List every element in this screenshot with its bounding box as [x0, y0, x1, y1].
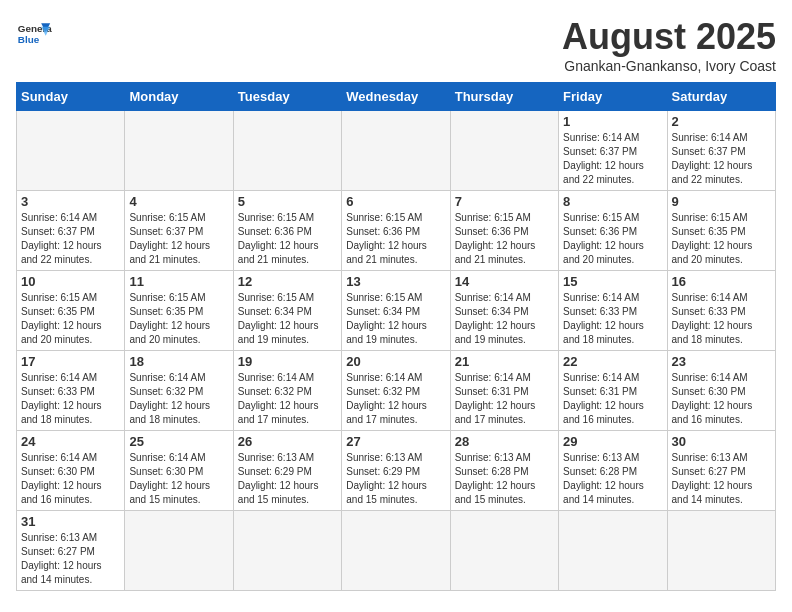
- calendar-cell: [667, 511, 775, 591]
- calendar-cell: 28Sunrise: 6:13 AMSunset: 6:28 PMDayligh…: [450, 431, 558, 511]
- day-number: 31: [21, 514, 120, 529]
- calendar-cell: 7Sunrise: 6:15 AMSunset: 6:36 PMDaylight…: [450, 191, 558, 271]
- day-number: 1: [563, 114, 662, 129]
- calendar-cell: 2Sunrise: 6:14 AMSunset: 6:37 PMDaylight…: [667, 111, 775, 191]
- calendar-cell: 23Sunrise: 6:14 AMSunset: 6:30 PMDayligh…: [667, 351, 775, 431]
- day-number: 11: [129, 274, 228, 289]
- week-row-3: 17Sunrise: 6:14 AMSunset: 6:33 PMDayligh…: [17, 351, 776, 431]
- weekday-header-saturday: Saturday: [667, 83, 775, 111]
- week-row-1: 3Sunrise: 6:14 AMSunset: 6:37 PMDaylight…: [17, 191, 776, 271]
- calendar-cell: 27Sunrise: 6:13 AMSunset: 6:29 PMDayligh…: [342, 431, 450, 511]
- day-number: 22: [563, 354, 662, 369]
- weekday-header-row: SundayMondayTuesdayWednesdayThursdayFrid…: [17, 83, 776, 111]
- logo-icon: General Blue: [16, 16, 52, 52]
- week-row-0: 1Sunrise: 6:14 AMSunset: 6:37 PMDaylight…: [17, 111, 776, 191]
- day-info: Sunrise: 6:14 AMSunset: 6:30 PMDaylight:…: [21, 451, 120, 507]
- week-row-4: 24Sunrise: 6:14 AMSunset: 6:30 PMDayligh…: [17, 431, 776, 511]
- day-info: Sunrise: 6:15 AMSunset: 6:34 PMDaylight:…: [238, 291, 337, 347]
- calendar-table: SundayMondayTuesdayWednesdayThursdayFrid…: [16, 82, 776, 591]
- day-number: 14: [455, 274, 554, 289]
- calendar-cell: 5Sunrise: 6:15 AMSunset: 6:36 PMDaylight…: [233, 191, 341, 271]
- day-info: Sunrise: 6:14 AMSunset: 6:31 PMDaylight:…: [563, 371, 662, 427]
- weekday-header-friday: Friday: [559, 83, 667, 111]
- calendar-cell: 3Sunrise: 6:14 AMSunset: 6:37 PMDaylight…: [17, 191, 125, 271]
- day-info: Sunrise: 6:14 AMSunset: 6:30 PMDaylight:…: [672, 371, 771, 427]
- day-number: 18: [129, 354, 228, 369]
- day-info: Sunrise: 6:14 AMSunset: 6:34 PMDaylight:…: [455, 291, 554, 347]
- calendar-cell: 17Sunrise: 6:14 AMSunset: 6:33 PMDayligh…: [17, 351, 125, 431]
- day-info: Sunrise: 6:14 AMSunset: 6:33 PMDaylight:…: [563, 291, 662, 347]
- day-number: 13: [346, 274, 445, 289]
- calendar-cell: [450, 511, 558, 591]
- day-info: Sunrise: 6:14 AMSunset: 6:33 PMDaylight:…: [21, 371, 120, 427]
- day-number: 19: [238, 354, 337, 369]
- day-number: 23: [672, 354, 771, 369]
- calendar-cell: 1Sunrise: 6:14 AMSunset: 6:37 PMDaylight…: [559, 111, 667, 191]
- header: General Blue August 2025 Gnankan-Gnankan…: [16, 16, 776, 74]
- day-info: Sunrise: 6:15 AMSunset: 6:35 PMDaylight:…: [129, 291, 228, 347]
- day-number: 27: [346, 434, 445, 449]
- calendar-cell: [450, 111, 558, 191]
- day-info: Sunrise: 6:14 AMSunset: 6:32 PMDaylight:…: [346, 371, 445, 427]
- day-info: Sunrise: 6:14 AMSunset: 6:37 PMDaylight:…: [563, 131, 662, 187]
- day-number: 24: [21, 434, 120, 449]
- day-info: Sunrise: 6:14 AMSunset: 6:37 PMDaylight:…: [21, 211, 120, 267]
- day-info: Sunrise: 6:15 AMSunset: 6:36 PMDaylight:…: [238, 211, 337, 267]
- calendar-cell: 13Sunrise: 6:15 AMSunset: 6:34 PMDayligh…: [342, 271, 450, 351]
- calendar-cell: [342, 511, 450, 591]
- day-info: Sunrise: 6:15 AMSunset: 6:35 PMDaylight:…: [21, 291, 120, 347]
- day-number: 5: [238, 194, 337, 209]
- day-number: 30: [672, 434, 771, 449]
- calendar-cell: 6Sunrise: 6:15 AMSunset: 6:36 PMDaylight…: [342, 191, 450, 271]
- calendar-cell: 25Sunrise: 6:14 AMSunset: 6:30 PMDayligh…: [125, 431, 233, 511]
- day-number: 15: [563, 274, 662, 289]
- day-info: Sunrise: 6:13 AMSunset: 6:29 PMDaylight:…: [346, 451, 445, 507]
- calendar-cell: 30Sunrise: 6:13 AMSunset: 6:27 PMDayligh…: [667, 431, 775, 511]
- day-info: Sunrise: 6:15 AMSunset: 6:35 PMDaylight:…: [672, 211, 771, 267]
- day-info: Sunrise: 6:15 AMSunset: 6:36 PMDaylight:…: [563, 211, 662, 267]
- calendar-cell: 11Sunrise: 6:15 AMSunset: 6:35 PMDayligh…: [125, 271, 233, 351]
- weekday-header-sunday: Sunday: [17, 83, 125, 111]
- day-number: 17: [21, 354, 120, 369]
- calendar-cell: 22Sunrise: 6:14 AMSunset: 6:31 PMDayligh…: [559, 351, 667, 431]
- day-number: 3: [21, 194, 120, 209]
- day-info: Sunrise: 6:13 AMSunset: 6:28 PMDaylight:…: [563, 451, 662, 507]
- svg-text:Blue: Blue: [18, 34, 40, 45]
- day-number: 29: [563, 434, 662, 449]
- day-info: Sunrise: 6:13 AMSunset: 6:27 PMDaylight:…: [21, 531, 120, 587]
- day-number: 8: [563, 194, 662, 209]
- day-info: Sunrise: 6:13 AMSunset: 6:27 PMDaylight:…: [672, 451, 771, 507]
- calendar-cell: [125, 511, 233, 591]
- logo: General Blue: [16, 16, 52, 52]
- day-number: 21: [455, 354, 554, 369]
- day-number: 4: [129, 194, 228, 209]
- day-info: Sunrise: 6:15 AMSunset: 6:36 PMDaylight:…: [455, 211, 554, 267]
- weekday-header-tuesday: Tuesday: [233, 83, 341, 111]
- calendar-cell: 16Sunrise: 6:14 AMSunset: 6:33 PMDayligh…: [667, 271, 775, 351]
- calendar-cell: 9Sunrise: 6:15 AMSunset: 6:35 PMDaylight…: [667, 191, 775, 271]
- day-info: Sunrise: 6:14 AMSunset: 6:30 PMDaylight:…: [129, 451, 228, 507]
- calendar-cell: [559, 511, 667, 591]
- calendar-cell: 12Sunrise: 6:15 AMSunset: 6:34 PMDayligh…: [233, 271, 341, 351]
- calendar-cell: [233, 511, 341, 591]
- day-number: 16: [672, 274, 771, 289]
- calendar-subtitle: Gnankan-Gnankanso, Ivory Coast: [562, 58, 776, 74]
- day-number: 28: [455, 434, 554, 449]
- calendar-cell: 14Sunrise: 6:14 AMSunset: 6:34 PMDayligh…: [450, 271, 558, 351]
- day-info: Sunrise: 6:15 AMSunset: 6:37 PMDaylight:…: [129, 211, 228, 267]
- weekday-header-wednesday: Wednesday: [342, 83, 450, 111]
- calendar-cell: [233, 111, 341, 191]
- calendar-cell: [342, 111, 450, 191]
- calendar-cell: 10Sunrise: 6:15 AMSunset: 6:35 PMDayligh…: [17, 271, 125, 351]
- week-row-2: 10Sunrise: 6:15 AMSunset: 6:35 PMDayligh…: [17, 271, 776, 351]
- calendar-cell: 8Sunrise: 6:15 AMSunset: 6:36 PMDaylight…: [559, 191, 667, 271]
- day-info: Sunrise: 6:13 AMSunset: 6:29 PMDaylight:…: [238, 451, 337, 507]
- calendar-cell: 24Sunrise: 6:14 AMSunset: 6:30 PMDayligh…: [17, 431, 125, 511]
- calendar-cell: [125, 111, 233, 191]
- calendar-cell: 31Sunrise: 6:13 AMSunset: 6:27 PMDayligh…: [17, 511, 125, 591]
- calendar-cell: 19Sunrise: 6:14 AMSunset: 6:32 PMDayligh…: [233, 351, 341, 431]
- day-info: Sunrise: 6:14 AMSunset: 6:31 PMDaylight:…: [455, 371, 554, 427]
- day-number: 9: [672, 194, 771, 209]
- day-info: Sunrise: 6:14 AMSunset: 6:33 PMDaylight:…: [672, 291, 771, 347]
- calendar-cell: 26Sunrise: 6:13 AMSunset: 6:29 PMDayligh…: [233, 431, 341, 511]
